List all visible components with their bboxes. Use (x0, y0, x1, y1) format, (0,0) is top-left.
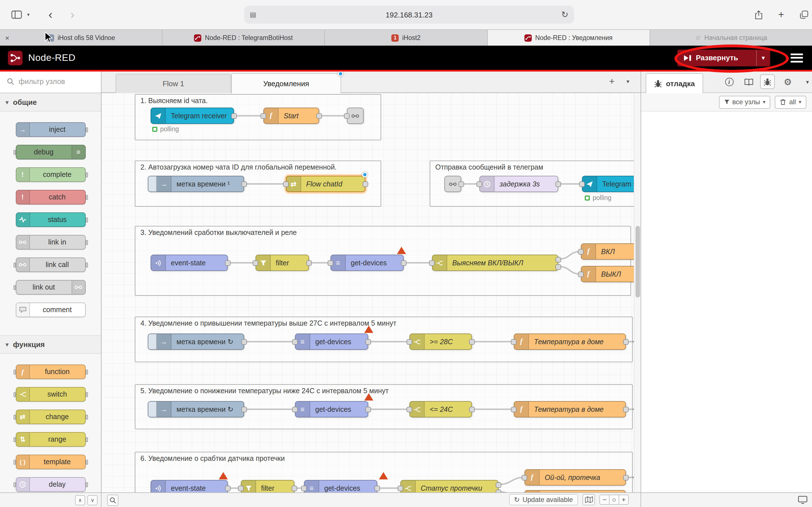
flow-node-delay-3s[interactable]: задержка 3s (479, 176, 558, 192)
docs-icon[interactable] (742, 74, 756, 89)
update-available-button[interactable]: ↻ Update available (509, 494, 578, 505)
flow-node-link-out[interactable] (347, 108, 364, 124)
gear-icon[interactable]: ⚙ (780, 74, 795, 89)
palette-category-common[interactable]: ▾ общие (0, 93, 101, 112)
search-icon (109, 497, 116, 504)
inject-button[interactable] (148, 402, 157, 417)
debug-panel-content (641, 112, 812, 492)
palette-node-debug[interactable]: debug ≡ (15, 145, 86, 159)
palette-search-input[interactable] (18, 77, 85, 86)
scrollbar-thumb[interactable] (636, 226, 640, 297)
complete-icon: ! (16, 168, 30, 181)
flow-tab-flow1[interactable]: Flow 1 (116, 74, 231, 93)
browser-tab-nodered-active[interactable]: Node-RED : Уведомления (488, 30, 650, 46)
sidebar-tab-debug[interactable]: отладка (646, 73, 703, 94)
browser-tab-ihost2[interactable]: 1 iHost2 (325, 30, 488, 46)
palette-node-comment[interactable]: comment (15, 302, 86, 317)
inject-button[interactable] (148, 176, 157, 191)
flow-node-telegram-sender[interactable]: Telegram sender (582, 176, 634, 192)
collapse-down-button[interactable]: ∨ (87, 495, 98, 505)
flow-node-get-devices[interactable]: ≡ get-devices (304, 480, 377, 492)
reader-icon[interactable]: ▤ (250, 11, 256, 18)
ihost2-favicon: 1 (391, 34, 399, 41)
flow-node-get-devices[interactable]: ≡ get-devices (295, 401, 368, 417)
flow-node-filter[interactable]: filter (255, 255, 309, 271)
canvas-scrollbar[interactable] (634, 93, 641, 492)
flow-node-inject-timestamp[interactable]: → метка времени ¹ (148, 176, 244, 192)
chevron-down-icon[interactable]: ▾ (27, 0, 30, 29)
flow-node-switch-leak[interactable]: Статус протечки (400, 480, 499, 492)
flow-node-event-state[interactable]: event-state (151, 480, 228, 492)
palette-node-inject[interactable]: → inject (15, 122, 86, 137)
debug-icon[interactable] (760, 74, 775, 89)
palette-node-link-call[interactable]: link call (15, 258, 86, 272)
collapse-up-button[interactable]: ∧ (75, 495, 85, 505)
palette-node-function[interactable]: f function (15, 364, 86, 379)
palette-search[interactable] (0, 70, 101, 93)
flow-node-temp-home[interactable]: f Температура в доме (514, 334, 626, 350)
palette-node-template[interactable]: { } template (15, 455, 86, 469)
flow-node-switch-onoff[interactable]: Выясняем ВКЛ/ВЫКЛ (432, 255, 558, 271)
add-flow-button[interactable]: + (609, 70, 615, 93)
search-zoom-button[interactable] (107, 495, 118, 506)
inject-icon: → (157, 176, 171, 191)
star-icon: ☆ (695, 34, 701, 42)
palette-node-change[interactable]: ⇄ change (15, 409, 86, 424)
flow-node-switch-le24[interactable]: <= 24C (409, 401, 472, 417)
browser-tab-start-page[interactable]: ☆ Начальная страница (650, 30, 812, 46)
flow-node-telegram-receiver[interactable]: Telegram receiver (151, 108, 234, 124)
sidebar-toggle-icon[interactable] (11, 0, 22, 29)
flow-node-temp-home[interactable]: f Температура в доме (514, 401, 626, 417)
flow-node-fn-on[interactable]: f ВКЛ (581, 243, 634, 260)
palette-node-status[interactable]: status (15, 212, 86, 227)
flow-node-fn-leak[interactable]: f Ой-ой, протечка (524, 469, 626, 486)
palette-node-range[interactable]: ⇅ range (15, 432, 86, 447)
reload-icon[interactable]: ↻ (561, 10, 568, 20)
close-icon[interactable]: × (5, 34, 9, 42)
event-icon (151, 481, 166, 492)
palette-node-complete[interactable]: ! complete (15, 167, 86, 182)
inject-button[interactable] (148, 334, 157, 349)
flow-node-switch-ge28[interactable]: >= 28C (409, 334, 472, 350)
debug-icon: ≡ (71, 145, 85, 159)
flow-node-event-state[interactable]: event-state (151, 255, 228, 271)
flow-node-partial[interactable]: f (524, 490, 626, 492)
flow-node-get-devices[interactable]: ≡ get-devices (295, 334, 368, 350)
zoom-reset-button[interactable]: ○ (609, 495, 619, 505)
flow-tab-notifications[interactable]: Уведомления (231, 73, 341, 94)
navigator-icon[interactable] (582, 494, 595, 505)
new-tab-icon[interactable]: + (778, 0, 784, 29)
flow-node-inject-timestamp[interactable]: → метка времени ↻ (148, 334, 244, 350)
palette-node-link-in[interactable]: link in (15, 235, 86, 249)
debug-filter-nodes-button[interactable]: все узлы ▾ (719, 96, 770, 108)
zoom-in-button[interactable]: + (619, 495, 629, 505)
tabs-overview-icon[interactable] (800, 0, 809, 29)
sidebar-caret-icon[interactable]: ▾ (800, 74, 812, 89)
monitor-icon[interactable] (798, 496, 808, 504)
flow-node-filter[interactable]: filter (241, 480, 294, 492)
flow-node-fn-off[interactable]: f ВЫКЛ (581, 266, 634, 282)
flow-list-caret-icon[interactable]: ▾ (626, 70, 629, 93)
palette-node-catch[interactable]: ! catch (15, 190, 86, 205)
info-icon[interactable]: i (722, 74, 737, 89)
zoom-controls: − ○ + (599, 495, 629, 505)
update-icon: ↻ (514, 496, 520, 504)
flow-node-flow-chatid[interactable]: ⇄ Flow chatId (286, 176, 365, 192)
browser-tab-telegramboti[interactable]: Node-RED : TelegramBotiHost (162, 30, 325, 46)
address-bar[interactable]: ▤ 192.168.31.23 ↻ (244, 6, 574, 24)
zoom-out-button[interactable]: − (599, 495, 610, 505)
flow-node-get-devices[interactable]: ≡ get-devices (331, 255, 404, 271)
flow-node-start[interactable]: f Start (263, 108, 319, 124)
share-icon[interactable] (755, 0, 763, 29)
palette-node-switch[interactable]: switch (15, 387, 86, 402)
palette-category-function[interactable]: ▾ функция (0, 335, 101, 354)
browser-tab-ihost-ofis[interactable]: × iHost ofis 58 Vidnoe (0, 30, 162, 46)
debug-clear-button[interactable]: all ▾ (775, 96, 806, 108)
flow-node-inject-timestamp[interactable]: → метка времени ↻ (148, 401, 244, 417)
menu-icon[interactable] (791, 51, 803, 64)
flow-canvas[interactable]: 1. Выясняем id чата. 2. Автозагрузка ном… (101, 93, 634, 492)
flow-node-link-in[interactable] (444, 176, 461, 192)
back-icon[interactable]: ‹ (49, 0, 52, 29)
palette-node-link-out[interactable]: link out (15, 280, 86, 295)
palette-node-delay[interactable]: delay (15, 477, 86, 492)
